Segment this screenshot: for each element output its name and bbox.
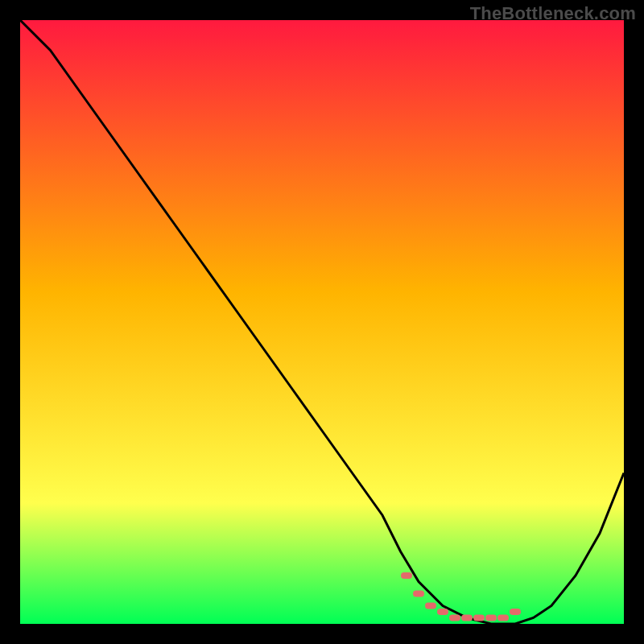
marker-dot bbox=[485, 615, 497, 621]
plot-area bbox=[20, 20, 624, 624]
marker-dot bbox=[510, 609, 521, 615]
marker-dot bbox=[461, 615, 473, 621]
marker-dot bbox=[437, 609, 448, 615]
marker-dot bbox=[425, 603, 436, 609]
marker-dot bbox=[497, 615, 509, 621]
chart-frame: TheBottleneck.com bbox=[0, 0, 644, 644]
marker-dot bbox=[401, 572, 412, 579]
marker-dot bbox=[449, 615, 460, 621]
gradient-background bbox=[20, 20, 624, 624]
chart-svg bbox=[20, 20, 624, 624]
marker-dot bbox=[413, 591, 424, 597]
marker-dot bbox=[473, 615, 485, 621]
